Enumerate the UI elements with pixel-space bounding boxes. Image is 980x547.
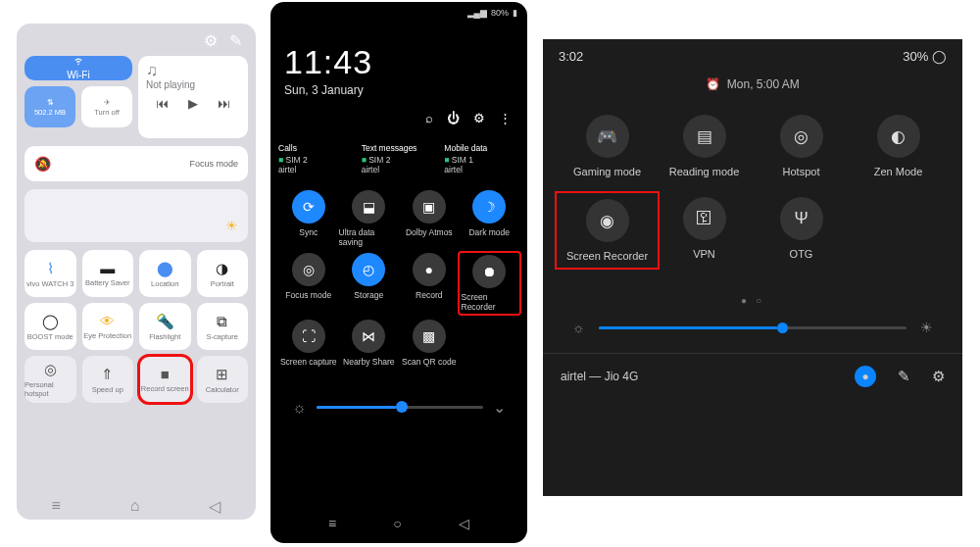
back-icon[interactable]: ◁: [209, 497, 220, 516]
tiles-row-2: ◯BOOST mode 👁Eye Protection 🔦Flashlight …: [17, 303, 256, 350]
recents-icon[interactable]: ≡: [328, 516, 336, 531]
capture-icon: ⛶: [292, 320, 325, 353]
airplane-tile[interactable]: ✈ Turn off: [81, 86, 132, 127]
hotspot-tile[interactable]: ◎Personal hotspot: [24, 356, 76, 403]
slider-track[interactable]: [599, 326, 906, 329]
search-icon[interactable]: ⌕: [425, 111, 433, 125]
boost-tile[interactable]: ◯BOOST mode: [24, 303, 76, 350]
portrait-tile[interactable]: ◑Portrait: [197, 250, 249, 297]
storage-tile[interactable]: ◴Storage: [339, 253, 400, 314]
moon-icon: ☽: [472, 190, 506, 224]
next-track-icon[interactable]: ⏭: [218, 96, 230, 111]
record-screen-tile[interactable]: ■Record screen: [139, 356, 191, 403]
wifi-tile[interactable]: Wi-Fi: [24, 56, 132, 80]
hotspot-tile[interactable]: ◎Hotspot: [753, 115, 850, 177]
screen-recorder-tile[interactable]: ⏺Screen Recorder: [458, 251, 522, 316]
music-card[interactable]: ♫ Not playing ⏮ ▶ ⏭: [138, 56, 248, 138]
quick-settings-grid: ⟳Sync ⬓Ultra data saving ▣Dolby Atmos ☽D…: [270, 184, 527, 373]
sim-calls[interactable]: Calls■ SIM 2airtel: [274, 143, 358, 174]
slider-track[interactable]: [317, 406, 483, 409]
dark-mode-tile[interactable]: ☽Dark mode: [460, 190, 520, 247]
alarm-row[interactable]: ⏰ Mon, 5:00 AM: [543, 64, 962, 107]
eye-icon: 👁: [100, 313, 115, 329]
boost-icon: ◯: [42, 313, 59, 330]
tiles-row-1: ⌇vivo WATCH 3 ▬Battery Saver ⬤Location ◑…: [17, 250, 256, 297]
power-icon[interactable]: ⏻: [447, 111, 460, 125]
wifi-icon: [74, 56, 83, 68]
location-icon: ⬤: [157, 260, 173, 277]
user-avatar-icon[interactable]: ●: [855, 366, 876, 387]
focus-mode-label: Focus mode: [189, 159, 238, 169]
otg-tile[interactable]: ΨOTG: [753, 197, 850, 264]
music-note-icon: ♫: [146, 62, 240, 79]
gear-icon[interactable]: ⚙: [204, 31, 218, 50]
zen-mode-tile[interactable]: ◐Zen Mode: [850, 115, 947, 177]
prev-track-icon[interactable]: ⏮: [156, 96, 169, 111]
sim-status: Calls■ SIM 2airtel Text messages■ SIM 2a…: [270, 125, 527, 184]
play-icon[interactable]: ▶: [188, 96, 198, 111]
battery-icon: ▮: [513, 8, 517, 18]
storage-icon: ◴: [352, 253, 385, 286]
scan-qr-tile[interactable]: ▩Scan QR code: [399, 320, 460, 367]
record-tile[interactable]: ●Record: [399, 253, 460, 314]
back-icon[interactable]: ◁: [459, 516, 469, 531]
time: 3:02: [559, 49, 583, 64]
zen-icon: ◐: [877, 115, 920, 158]
portrait-icon: ◑: [216, 260, 228, 277]
menu-icon[interactable]: ≡: [51, 497, 60, 516]
battery-saver-tile[interactable]: ▬Battery Saver: [82, 250, 134, 297]
nearby-share-tile[interactable]: ⋈Nearby Share: [339, 320, 400, 367]
panel-actions: ⌕ ⏻ ⚙ ⋮: [270, 97, 527, 125]
s-capture-tile[interactable]: ⧉S-capture: [197, 303, 249, 350]
gear-icon[interactable]: ⚙: [932, 368, 945, 385]
ultra-data-tile[interactable]: ⬓Ultra data saving: [339, 190, 400, 247]
vpn-tile[interactable]: ⚿VPN: [656, 197, 753, 264]
video-camera-icon: ⏺: [472, 255, 506, 288]
wifi-label: Wi-Fi: [67, 70, 89, 80]
sim-texts[interactable]: Text messages■ SIM 2airtel: [358, 143, 441, 174]
android-navbar: ≡ ⌂ ◁: [17, 497, 256, 516]
more-icon[interactable]: ⋮: [499, 111, 512, 125]
speedup-tile[interactable]: ⇑Speed up: [82, 356, 134, 403]
android-navbar: ≡ ○ ◁: [270, 508, 527, 539]
brightness-icon: ☀: [225, 218, 238, 233]
calculator-tile[interactable]: ⊞Calculator: [197, 356, 249, 403]
sim-data[interactable]: Mobile data■ SIM 1airtel: [440, 143, 523, 174]
brightness-low-icon: ☼: [292, 399, 307, 417]
mobile-data-tile[interactable]: ⇅ 502.2 MB: [24, 86, 75, 127]
bluetooth-tile[interactable]: ⌇vivo WATCH 3: [24, 250, 76, 297]
flashlight-icon: 🔦: [156, 313, 174, 330]
flashlight-tile[interactable]: 🔦Flashlight: [139, 303, 191, 350]
home-icon[interactable]: ⌂: [130, 497, 140, 516]
brightness-slider[interactable]: ☼ ☀: [543, 320, 962, 353]
battery-percent: 30%: [903, 49, 928, 64]
chevron-down-icon[interactable]: ⌄: [493, 398, 506, 417]
edit-icon[interactable]: ✎: [229, 31, 242, 50]
bell-mute-icon: 🔕: [34, 156, 51, 172]
focus-icon: ◎: [292, 253, 325, 286]
screen-capture-tile[interactable]: ⛶Screen capture: [278, 320, 339, 367]
gear-icon[interactable]: ⚙: [473, 111, 485, 125]
status-bar: ▂▄▆ 80% ▮: [270, 2, 527, 18]
brightness-card[interactable]: ☀: [24, 189, 248, 242]
alarm-icon: ⏰: [706, 77, 720, 91]
gamepad-icon: 🎮: [586, 115, 629, 158]
quick-settings-grid: 🎮Gaming mode ▤Reading mode ◎Hotspot ◐Zen…: [543, 107, 962, 272]
sync-tile[interactable]: ⟳Sync: [278, 190, 339, 247]
reading-mode-tile[interactable]: ▤Reading mode: [656, 115, 753, 177]
key-icon: ⚿: [683, 197, 726, 240]
brightness-slider[interactable]: ☼ ⌄: [270, 373, 527, 442]
location-tile[interactable]: ⬤Location: [139, 250, 191, 297]
panel-footer: airtel — Jio 4G ● ✎ ⚙: [543, 353, 962, 399]
clock: 11:43: [270, 18, 527, 81]
eye-protection-tile[interactable]: 👁Eye Protection: [82, 303, 134, 350]
screen-recorder-tile[interactable]: ◉Screen Recorder: [555, 191, 660, 270]
home-icon[interactable]: ○: [393, 516, 401, 531]
dolby-tile[interactable]: ▣Dolby Atmos: [399, 190, 460, 247]
sound-card[interactable]: 🔕 Focus mode: [24, 146, 248, 181]
focus-mode-tile[interactable]: ◎Focus mode: [278, 253, 339, 314]
gaming-mode-tile[interactable]: 🎮Gaming mode: [559, 115, 656, 177]
data-arrows-icon: ⇅: [47, 98, 54, 107]
edit-icon[interactable]: ✎: [898, 368, 910, 385]
record-icon: ◉: [586, 199, 629, 242]
